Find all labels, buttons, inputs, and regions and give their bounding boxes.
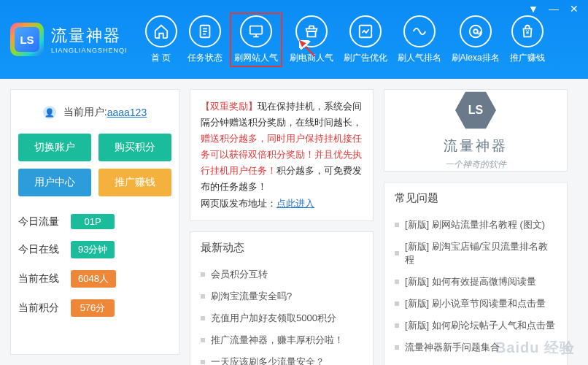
list-item[interactable]: 一天应该刷多少流量安全？ (201, 351, 363, 365)
stat-key: 今日流量 (18, 215, 71, 228)
home-icon (145, 15, 177, 47)
app-logo: LS 流量神器 LIANGLIANGSHENQI (10, 23, 128, 56)
stat-row: 今日在线93分钟 (18, 235, 171, 264)
username-link[interactable]: aaaa123 (107, 107, 147, 118)
nav-chart[interactable]: 刷广告优化 (344, 15, 387, 64)
close-icon[interactable]: ✕ (568, 3, 581, 15)
user-center-button[interactable]: 用户中心 (18, 169, 91, 196)
user-panel: 👤 当前用户: aaaa123 切换账户 购买积分 用户中心 推广赚钱 今日流量… (10, 89, 179, 355)
stat-badge: 93分钟 (71, 241, 115, 258)
minimize-icon[interactable]: — (547, 3, 560, 15)
stat-key: 当前积分 (18, 301, 71, 315)
list-item[interactable]: [新版] 刷小说章节阅读量和点击量 (395, 293, 557, 315)
list-item[interactable]: [新版] 刷网站流量排名教程 (图文) (395, 214, 557, 236)
nav-label: 刷Alexa排名 (452, 52, 500, 64)
chart-icon (349, 15, 382, 47)
user-icon: 👤 (43, 106, 56, 119)
nav-label: 刷广告优化 (344, 52, 387, 64)
nav-label: 首 页 (151, 52, 171, 64)
nav-doc[interactable]: 任务状态 (187, 15, 223, 64)
stat-badge: 576分 (71, 299, 115, 317)
nav-label: 刷人气排名 (398, 52, 441, 64)
nav-label: 推广赚钱 (510, 52, 545, 64)
at-icon (460, 15, 492, 47)
list-item[interactable]: [新版] 刷淘宝店铺/宝贝流量排名教程 (395, 236, 557, 271)
doc-icon (189, 15, 221, 47)
list-item[interactable]: 会员积分互转 (201, 264, 363, 285)
stat-row: 今日流量01P (18, 208, 171, 235)
news-panel: 最新动态 会员积分互转刷淘宝流量安全吗?充值用户加好友领取5000积分推广流量神… (190, 231, 374, 365)
nav-at[interactable]: 刷Alexa排名 (452, 15, 500, 64)
brand-title: 流量神器 (51, 25, 128, 47)
wave-icon (403, 15, 436, 47)
svg-text:¥: ¥ (525, 28, 529, 35)
faq-title: 常见问题 (395, 191, 557, 205)
logo-text: LS (15, 27, 39, 52)
promo-text: 【双重奖励】现在保持挂机，系统会间隔分钟赠送积分奖励，在线时间越长，赠送积分越多… (190, 89, 374, 221)
list-item[interactable]: [新版] 如何有效提高微博阅读量 (395, 271, 557, 293)
stat-key: 今日在线 (18, 243, 71, 256)
nav-wave[interactable]: 刷人气排名 (398, 15, 441, 64)
shop-icon (295, 15, 328, 47)
brand-card: LS 流量神器 一个神奇的软件 (384, 89, 568, 172)
switch-account-button[interactable]: 切换账户 (18, 134, 91, 161)
stat-badge: 6048人 (71, 270, 116, 288)
list-item[interactable]: 推广流量神器，赚丰厚积分啦！ (201, 329, 363, 351)
stat-key: 当前在线 (18, 272, 71, 285)
brand-sub: LIANGLIANGSHENQI (51, 47, 128, 54)
list-item[interactable]: 刷淘宝流量安全吗? (201, 285, 363, 307)
brand-hex-icon: LS (455, 90, 496, 131)
news-title: 最新动态 (201, 241, 363, 255)
nav-label: 任务状态 (187, 52, 223, 64)
nav-monitor[interactable]: 刷网站人气 (230, 12, 282, 67)
stat-row: 当前积分576分 (18, 293, 171, 323)
buy-points-button[interactable]: 购买积分 (98, 134, 171, 161)
list-item[interactable]: 充值用户加好友领取5000积分 (201, 307, 363, 329)
svg-rect-1 (249, 26, 262, 34)
stat-row: 当前在线6048人 (18, 264, 171, 293)
promo-earn-button[interactable]: 推广赚钱 (98, 169, 171, 196)
user-label: 当前用户: (63, 106, 107, 119)
monitor-icon (240, 15, 272, 47)
nav-home[interactable]: 首 页 (145, 15, 177, 64)
settings-icon[interactable]: ▼ (527, 3, 540, 15)
nav-label: 刷电商人气 (290, 52, 333, 64)
promo-link[interactable]: 点此进入 (276, 198, 314, 209)
nav-label: 刷网站人气 (234, 52, 278, 64)
list-item[interactable]: [新版] 如何刷论坛帖子人气和点击量 (395, 315, 557, 337)
stat-badge: 01P (71, 214, 115, 229)
watermark: Baidu 经验 (495, 338, 575, 358)
bag-icon: ¥ (511, 15, 543, 47)
nav-shop[interactable]: 刷电商人气 (290, 15, 333, 64)
nav-bag[interactable]: ¥推广赚钱 (510, 15, 545, 64)
